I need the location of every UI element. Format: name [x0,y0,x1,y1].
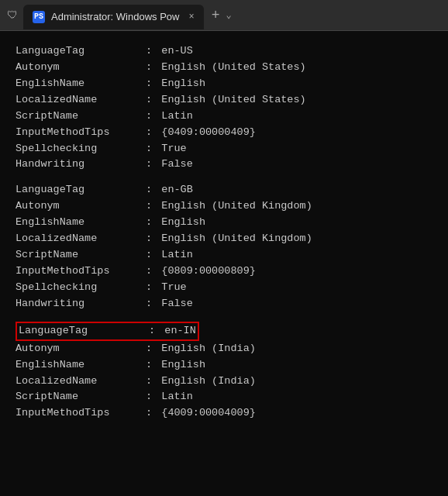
terminal-line: LanguageTag : en-US [16,43,432,60]
field-sep: : [140,389,158,405]
field-key: Autonym [16,198,140,215]
field-key: LanguageTag [19,323,143,339]
close-tab-button[interactable]: × [188,12,194,22]
field-val: English (United Kingdom) [161,231,312,247]
field-sep: : [140,76,158,92]
field-key: Handwriting [16,296,140,312]
field-sep: : [140,264,158,280]
field-sep: : [140,92,158,108]
field-val: Latin [161,108,193,125]
field-key: LocalizedName [16,231,140,247]
field-sep: : [140,296,158,312]
terminal-line: InputMethodTips : {4009:00004009} [16,405,432,422]
field-sep: : [140,141,158,157]
field-key: LanguageTag [16,182,140,198]
field-val: English [161,215,205,231]
terminal-line: Handwriting : False [16,296,432,312]
field-key: InputMethodTips [16,405,140,422]
terminal-line: Autonym : English (United States) [16,60,432,76]
tab-title: Administrator: Windows Pow [51,11,179,22]
field-key: Handwriting [16,157,140,173]
terminal-entry-entry-gb: LanguageTag : en-GBAutonym : English (Un… [16,182,432,312]
field-key: EnglishName [16,215,140,231]
tab-dropdown-button[interactable]: ⌄ [226,9,231,21]
field-key: LanguageTag [16,43,140,60]
highlighted-line: LanguageTag : en-IN [16,322,199,341]
field-val: Latin [161,389,193,405]
field-key: Autonym [16,60,140,76]
new-tab-button[interactable]: + [212,8,220,23]
shield-icon: 🛡 [6,9,19,22]
field-val: English (United States) [161,60,305,76]
terminal-line: LanguageTag : en-IN [16,322,432,341]
terminal-line: EnglishName : English [16,76,432,92]
field-key: ScriptName [16,108,140,125]
terminal-output: LanguageTag : en-USAutonym : English (Un… [0,31,448,496]
terminal-line: LocalizedName : English (United Kingdom) [16,231,432,247]
powershell-icon: PS [33,11,45,23]
field-val: en-GB [161,182,193,198]
terminal-line: ScriptName : Latin [16,247,432,264]
terminal-line: LocalizedName : English (United States) [16,92,432,108]
field-sep: : [143,323,161,339]
terminal-line: Autonym : English (India) [16,341,432,357]
terminal-line: Spellchecking : True [16,141,432,157]
terminal-line: InputMethodTips : {0809:00000809} [16,264,432,280]
active-tab[interactable]: PS Administrator: Windows Pow × [23,5,204,29]
field-sep: : [140,157,158,173]
field-sep: : [140,247,158,264]
field-key: InputMethodTips [16,264,140,280]
terminal-entry-entry-in: LanguageTag : en-INAutonym : English (In… [16,322,432,422]
terminal-line: EnglishName : English [16,357,432,374]
field-key: EnglishName [16,357,140,374]
field-val: English (United States) [161,92,305,108]
terminal-line: Handwriting : False [16,157,432,173]
field-sep: : [140,280,158,296]
field-val: English [161,357,205,374]
field-key: Spellchecking [16,280,140,296]
field-sep: : [140,341,158,357]
terminal-line: Spellchecking : True [16,280,432,296]
field-val: {4009:00004009} [161,405,256,422]
field-sep: : [140,182,158,198]
field-val: {0809:00000809} [161,264,256,280]
field-val: False [161,157,193,173]
terminal-entry-entry-us: LanguageTag : en-USAutonym : English (Un… [16,43,432,173]
terminal-line: Autonym : English (United Kingdom) [16,198,432,215]
field-val: False [161,296,193,312]
field-key: ScriptName [16,247,140,264]
field-sep: : [140,43,158,60]
field-val: True [161,141,186,157]
field-val: English (India) [161,374,256,390]
field-val: {0409:00000409} [161,125,256,141]
terminal-line: ScriptName : Latin [16,108,432,125]
field-val: True [161,280,186,296]
terminal-line: EnglishName : English [16,215,432,231]
field-key: LocalizedName [16,92,140,108]
field-val: en-US [161,43,193,60]
terminal-line: InputMethodTips : {0409:00000409} [16,125,432,141]
field-key: Spellchecking [16,141,140,157]
field-sep: : [140,374,158,390]
field-key: ScriptName [16,389,140,405]
field-sep: : [140,198,158,215]
field-key: Autonym [16,341,140,357]
field-sep: : [140,108,158,125]
field-val: en-IN [164,323,196,339]
terminal-line: LocalizedName : English (India) [16,374,432,390]
field-sep: : [140,215,158,231]
field-key: InputMethodTips [16,125,140,141]
field-sep: : [140,357,158,374]
field-sep: : [140,125,158,141]
field-key: EnglishName [16,76,140,92]
field-sep: : [140,405,158,422]
field-val: English (India) [161,341,256,357]
field-val: English [161,76,205,92]
field-val: Latin [161,247,193,264]
terminal-line: ScriptName : Latin [16,389,432,405]
titlebar: 🛡 PS Administrator: Windows Pow × + ⌄ [0,0,448,31]
field-key: LocalizedName [16,374,140,390]
field-sep: : [140,60,158,76]
field-val: English (United Kingdom) [161,198,312,215]
field-sep: : [140,231,158,247]
